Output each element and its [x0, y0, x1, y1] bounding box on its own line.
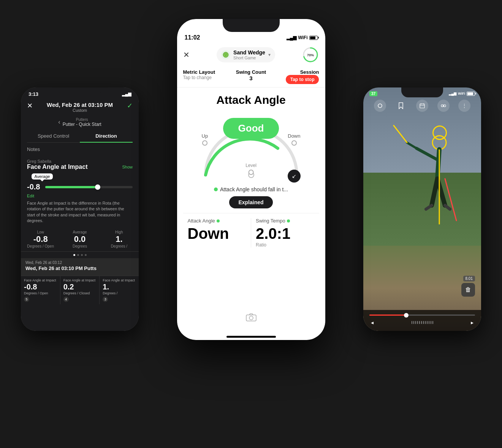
left-stat-high-val: 1. [100, 234, 139, 244]
metric-layout-col[interactable]: Metric Layout Tap to change [183, 69, 228, 84]
left-card-2[interactable]: Face Angle at Impact 0.2 Degrees / Close… [60, 276, 100, 305]
bookmark-button[interactable] [395, 100, 407, 112]
svg-line-25 [426, 205, 432, 209]
right-timestamp: 8.01 [463, 276, 475, 281]
battery-icon [309, 36, 318, 40]
left-dot-4 [85, 254, 87, 256]
left-stat-avg-val: 0.0 [60, 234, 99, 244]
session-stop-button[interactable]: Tap to stop [286, 75, 319, 84]
club-sub: Short Game [233, 56, 265, 60]
left-status-icons: ▂▄▆ [122, 92, 131, 97]
right-trash-button[interactable]: 🗑 [461, 283, 475, 297]
attack-angle-title: Attack Angle [183, 94, 319, 106]
left-session-title: Wed, Feb 26 at 03:10 PM Putts [25, 265, 134, 273]
left-stat-avg-unit: Degrees [60, 244, 99, 248]
right-signal-icon: ▂▄▆ [449, 92, 456, 95]
metric-layout-sub: Tap to change [183, 75, 228, 80]
chevron-down-icon: ▾ [268, 52, 271, 57]
left-card-3-badge: 3 [103, 297, 108, 302]
left-slider-track[interactable] [45, 186, 133, 188]
svg-point-1 [225, 54, 225, 54]
tick-7 [423, 321, 424, 324]
bottom-swing-tempo[interactable]: Swing Tempo 2.0:1 Ratio [251, 218, 319, 248]
left-card-1-label: Face Angle at Impact [24, 278, 57, 283]
left-card-2-unit: Degrees / Closed [63, 291, 97, 295]
battery-fill [310, 37, 315, 39]
center-status-icons: ▂▄▆ WiFi [287, 35, 318, 40]
tempo-label-row: Swing Tempo [256, 218, 315, 224]
left-check-button[interactable]: ✓ [127, 102, 133, 110]
right-toolbar: ⋮ [363, 97, 481, 114]
circle-tool-button[interactable] [374, 100, 386, 112]
tick-1 [412, 321, 412, 324]
svg-point-0 [223, 52, 228, 57]
left-card-3[interactable]: Face Angle at Impact 1. Degrees / 3 [100, 276, 139, 305]
center-time: 11:02 [185, 34, 200, 41]
collapse-button[interactable]: ↙ [288, 170, 301, 183]
left-card-3-unit: Degrees / [103, 291, 136, 295]
right-bottom-overlay: ◂ ▸ [363, 310, 481, 331]
golf-ball-icon [223, 52, 229, 58]
signal-bars-icon: ▂▄▆ [287, 35, 297, 40]
progress-ring[interactable]: 70% [302, 46, 319, 63]
left-stat-low: Low -0.8 Degrees / Open [21, 230, 60, 248]
right-battery-icon [467, 92, 475, 96]
left-header-sub: Custom [27, 108, 133, 113]
left-back-arrow[interactable]: ‹ [58, 117, 60, 127]
svg-line-27 [445, 179, 456, 221]
left-edit-label[interactable]: Edit [27, 193, 133, 200]
tempo-label: Swing Tempo [256, 218, 285, 224]
left-stat-high-unit: Degrees / [100, 244, 139, 248]
next-frame-button[interactable]: ▸ [469, 319, 475, 326]
left-close-button[interactable]: ✕ [27, 102, 33, 110]
tempo-dot [287, 219, 290, 222]
camera-icon [246, 313, 257, 321]
left-screen: 3:13 ▂▄▆ ✕ Wed, Feb 26 at 03:10 PM Custo… [21, 87, 139, 331]
svg-point-9 [249, 316, 253, 320]
tab-direction[interactable]: Direction [80, 130, 133, 143]
left-cards-row: Face Angle at Impact -0.8 Degrees / Open… [21, 276, 139, 305]
link-tool-button[interactable] [437, 100, 450, 112]
tick-5 [419, 321, 420, 324]
tick-8 [425, 321, 426, 324]
left-card-2-label: Face Angle at Impact [63, 278, 97, 283]
prev-frame-button[interactable]: ◂ [369, 319, 375, 326]
bookmark-icon [398, 102, 404, 109]
metrics-row: Metric Layout Tap to change Swing Count … [177, 66, 325, 87]
explained-button[interactable]: Explained [229, 196, 272, 208]
camera-button[interactable] [242, 309, 260, 327]
left-stats-row: Low -0.8 Degrees / Open Average 0.0 Degr… [21, 227, 139, 252]
left-card-1-badge: 5 [24, 297, 29, 302]
left-card-1-unit: Degrees / Open [24, 291, 57, 295]
left-show-button[interactable]: Show [122, 165, 133, 169]
info-dot [214, 187, 218, 191]
left-card-1[interactable]: Face Angle at Impact -0.8 Degrees / Open… [21, 276, 60, 305]
center-close-button[interactable]: ✕ [183, 50, 190, 59]
tick-4 [417, 321, 418, 324]
left-metric-name: Face Angle at Impact [27, 164, 87, 170]
metric-count-label: Swing Count [228, 69, 274, 75]
svg-line-22 [394, 126, 407, 143]
calendar-tool-button[interactable] [416, 100, 428, 112]
right-battery-fill [467, 92, 473, 95]
bottom-attack-angle[interactable]: Attack Angle Down [183, 218, 252, 248]
left-header: ✕ Wed, Feb 26 at 03:10 PM Custom ✓ [21, 98, 139, 116]
attack-val: Down [188, 225, 247, 242]
attack-label: Attack Angle [188, 218, 215, 224]
info-text: Attack Angle should fall in t... [220, 186, 288, 192]
left-slider-thumb [95, 184, 100, 190]
right-time: 37 [369, 91, 377, 96]
more-options-button[interactable]: ⋮ [458, 100, 470, 112]
left-card-3-label: Face Angle at Impact [103, 278, 136, 283]
left-time: 3:13 [29, 91, 38, 97]
center-notch [223, 19, 280, 32]
left-slider-row: -0.8 [27, 183, 133, 191]
home-indicator [226, 336, 276, 338]
tick-2 [413, 321, 414, 324]
club-selector[interactable]: Sand Wedge Short Game ▾ [217, 47, 275, 62]
tab-speed-control[interactable]: Speed Control [27, 130, 80, 142]
timeline-bar[interactable] [369, 315, 475, 316]
right-notch [401, 87, 443, 97]
svg-point-10 [378, 104, 382, 108]
left-stat-low-val: -0.8 [21, 234, 60, 244]
